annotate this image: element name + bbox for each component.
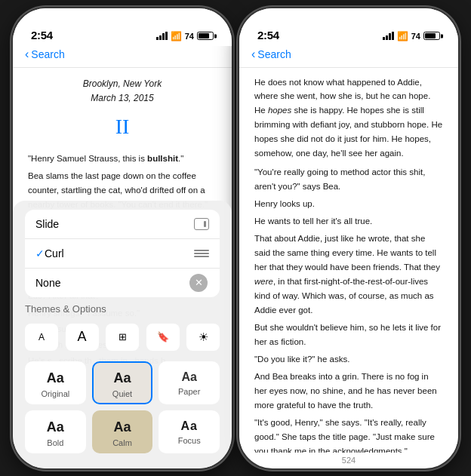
bar2 (159, 35, 162, 40)
wifi-icon-right: 📶 (397, 31, 408, 41)
status-bar-left: 2:54 📶 74 (13, 8, 232, 46)
font-decrease-button[interactable]: A (25, 324, 58, 351)
font-controls: A A ⊞ 🔖 ☀ (25, 319, 220, 355)
back-button-right[interactable]: ‹ Search (251, 48, 291, 61)
theme-paper-aa: Aa (181, 370, 196, 384)
font-style-button[interactable]: ⊞ (106, 324, 139, 351)
theme-calm[interactable]: Aa Calm (92, 410, 153, 453)
nav-bar-left: ‹ Search (13, 46, 232, 68)
back-button-left[interactable]: ‹ Search (25, 48, 65, 61)
status-bar-right: 2:54 📶 74 (239, 8, 458, 46)
brightness-icon: ☀ (199, 330, 208, 344)
signal-bars-left (156, 32, 168, 40)
theme-calm-aa: Aa (113, 419, 131, 435)
scroll-curl-right (194, 247, 209, 259)
bar1 (156, 37, 159, 40)
theme-focus[interactable]: Aa Focus (159, 410, 220, 453)
wifi-icon: 📶 (171, 31, 182, 41)
book-content-right: He does not know what happened to Addie,… (239, 68, 458, 453)
scroll-slide-label: Slide (35, 218, 59, 230)
battery-fill (199, 33, 209, 38)
themes-header: Themes & Options (25, 303, 220, 315)
theme-bold-aa: Aa (47, 419, 64, 435)
themes-title: Themes & Options (25, 303, 106, 315)
battery-label-right: 74 (411, 32, 420, 41)
curl-icon (194, 247, 209, 259)
theme-grid: Aa Original Aa Quiet Aa Paper Aa Bold Aa (25, 361, 220, 453)
wavy1 (194, 250, 209, 251)
theme-focus-label: Focus (178, 436, 201, 445)
chapter-number: II (28, 110, 217, 144)
status-icons-left: 📶 74 (156, 31, 214, 41)
rbar4 (392, 32, 394, 40)
scroll-curl-check: ✓ (35, 247, 45, 259)
battery-icon-right (423, 32, 440, 40)
rbar2 (386, 35, 388, 40)
font-style-icon: ⊞ (119, 331, 127, 342)
font-bookmark-icon: 🔖 (157, 331, 169, 342)
battery-label: 74 (185, 32, 194, 41)
rbar3 (389, 33, 391, 40)
left-phone: 2:54 📶 74 ‹ Search (13, 8, 232, 468)
theme-quiet[interactable]: Aa Quiet (92, 361, 153, 404)
font-increase-button[interactable]: A (66, 324, 99, 351)
wavy3 (194, 256, 209, 257)
overlay-panel: Slide ✓ Curl (13, 201, 232, 468)
nav-bar-right: ‹ Search (239, 46, 458, 68)
scroll-curl-label: Curl (45, 247, 194, 259)
phones-container: 2:54 📶 74 ‹ Search (13, 8, 458, 468)
scroll-option-curl[interactable]: ✓ Curl (25, 239, 220, 269)
right-phone: 2:54 📶 74 ‹ Search (239, 8, 458, 468)
scroll-none-label: None (35, 277, 60, 289)
theme-focus-aa: Aa (180, 419, 197, 433)
back-chevron-right: ‹ (251, 48, 255, 61)
scroll-slide-right (194, 218, 209, 230)
theme-paper[interactable]: Aa Paper (159, 361, 220, 404)
theme-calm-label: Calm (112, 438, 132, 447)
font-bookmark-button[interactable]: 🔖 (146, 324, 180, 351)
theme-original-label: Original (41, 389, 69, 398)
theme-original-aa: Aa (47, 370, 64, 386)
theme-quiet-label: Quiet (112, 389, 132, 398)
battery-fill-right (425, 33, 436, 38)
font-brightness-button[interactable]: ☀ (186, 324, 220, 351)
scroll-options: Slide ✓ Curl (25, 210, 220, 297)
page-number: 524 (239, 453, 458, 468)
status-time-right: 2:54 (257, 29, 279, 41)
font-small-label: A (38, 332, 45, 342)
back-label-right: Search (257, 48, 291, 60)
rbar1 (383, 37, 385, 40)
theme-bold[interactable]: Aa Bold (25, 410, 86, 453)
bar3 (162, 33, 165, 40)
font-large-label: A (77, 329, 86, 345)
wavy2 (194, 253, 209, 254)
theme-paper-label: Paper (178, 387, 200, 396)
battery-icon-left (197, 32, 214, 40)
close-button[interactable]: ✕ (189, 274, 208, 292)
theme-bold-label: Bold (47, 438, 63, 447)
bar4 (165, 32, 168, 40)
scroll-option-slide[interactable]: Slide (25, 210, 220, 239)
back-chevron-left: ‹ (25, 48, 29, 61)
status-time-left: 2:54 (31, 29, 53, 41)
scroll-option-none[interactable]: None ✕ (25, 269, 220, 297)
signal-bars-right (383, 32, 394, 40)
slide-icon (194, 218, 209, 230)
book-location: Brooklyn, New YorkMarch 13, 2015 (28, 77, 217, 106)
back-label-left: Search (31, 48, 64, 60)
status-icons-right: 📶 74 (383, 31, 440, 41)
theme-quiet-aa: Aa (113, 370, 131, 386)
theme-original[interactable]: Aa Original (25, 361, 86, 404)
